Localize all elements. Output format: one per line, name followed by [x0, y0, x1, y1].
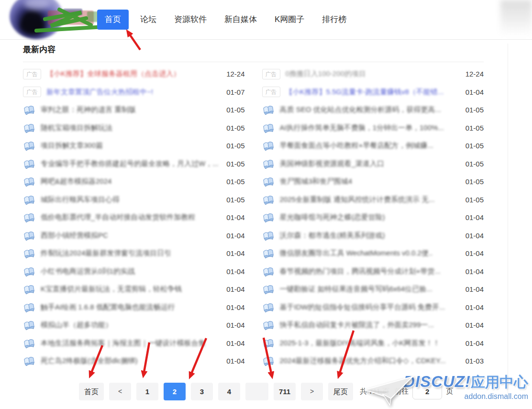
nav-tab-k-circle[interactable]: K网圈子: [275, 10, 304, 30]
thread-title[interactable]: 【小K推荐】全球服务器租用（点击进入）: [46, 69, 222, 78]
thread-title[interactable]: 小红书电商运营从0到1的实战: [41, 267, 222, 276]
thread-title[interactable]: 触手AI绘画 1.6.8 低配置电脑也能流畅运行: [41, 303, 222, 312]
list-item: 高质 SEO 优化站点优化检测分析源码，获得更高... 01-05: [262, 101, 484, 119]
thread-title[interactable]: 模拟山羊（超多功能）: [41, 321, 222, 330]
list-item: 低价电影票代理_半自动对接自动发货软件加教程 01-04: [23, 209, 245, 227]
ad-badge: 广告: [23, 69, 41, 79]
page-total-label: 共 711 页: [360, 387, 389, 396]
thread-title[interactable]: 沃尔森：都市逃生(精美系列游戏): [280, 231, 461, 240]
thread-title[interactable]: 专业编导手把手教你搭建起号的最全攻略，月入过W，...: [41, 159, 222, 168]
thread-title[interactable]: 低价电影票代理_半自动对接自动发货软件加教程: [41, 213, 222, 222]
thread-title[interactable]: 高质 SEO 优化站点优化检测分析源码，获得更高...: [280, 105, 461, 114]
thread-title[interactable]: 一键勘验证 如特征果连音频号写码6x64位已验...: [280, 285, 461, 294]
thread-title[interactable]: 早餐面食面点等小吃教程+早餐店配方，例城赚...: [280, 141, 461, 150]
page-btn-p3[interactable]: 3: [191, 383, 213, 400]
thread-title[interactable]: 审判之眼：死神的遗言 重制版: [41, 105, 222, 114]
thread-title[interactable]: 丧尸围城3和丧尸围城4: [280, 177, 461, 186]
list-item: K宝直播切片最新玩法，无需剪辑，轻松争钱 01-04: [23, 280, 245, 298]
nav-tab-resources[interactable]: 资源软件: [174, 10, 207, 30]
nav-tab-forum[interactable]: 论坛: [140, 10, 156, 30]
book-icon: [262, 338, 275, 348]
book-icon: [23, 123, 35, 133]
book-icon: [262, 320, 275, 330]
list-column-left: 广告 【小K推荐】全球服务器租用（点击进入） 12-24 广告 新年文章置顶广告…: [23, 65, 245, 370]
page-title: 最新内容: [23, 44, 484, 62]
book-icon: [262, 266, 275, 276]
thread-date: 01-04: [226, 303, 244, 311]
list-item: 早餐面食面点等小吃教程+早餐店配方，例城赚... 01-05: [262, 137, 484, 155]
site-logo[interactable]: [7, 0, 107, 40]
thread-title[interactable]: 西部小镇经营模拟PC: [41, 231, 222, 240]
thread-title[interactable]: 随机宝箱项目拆解玩法: [41, 123, 222, 133]
thread-date: 01-05: [226, 124, 244, 132]
thread-title[interactable]: 网吧&超市模拟器2024: [41, 177, 222, 186]
book-icon: [23, 284, 35, 294]
thread-title[interactable]: 微信朋友圈导出工具 WechatMoments v0.0.2便..: [280, 249, 461, 258]
thread-title[interactable]: 美国神级影视资源观看_渠道入口: [280, 159, 461, 168]
book-icon: [23, 248, 35, 258]
list-item: 沃尔森：都市逃生(精美系列游戏) 01-04: [262, 227, 484, 245]
thread-title[interactable]: 2025全新重制版 通知风控统计计费系统演示 无...: [280, 195, 461, 204]
thread-date: 01-04: [226, 357, 244, 365]
page-btn-gap[interactable]: [245, 383, 268, 400]
book-icon: [262, 105, 275, 115]
page-btn-next[interactable]: >: [301, 383, 323, 400]
goto-page-input[interactable]: [412, 383, 442, 399]
thread-date: 01-04: [226, 213, 244, 221]
list-item: 西部小镇经营模拟PC 01-04: [23, 227, 245, 245]
thread-title[interactable]: 项目拆解文章300篇: [41, 141, 222, 150]
thread-title[interactable]: 基于IDW的短信指令短信接码分享平台源码 免费开...: [280, 303, 461, 312]
thread-title[interactable]: K宝直播切片最新玩法，无需剪辑，轻松争钱: [41, 285, 222, 294]
thread-title[interactable]: 0撸搬日入100-200的项目: [286, 69, 461, 78]
site-header: 首页论坛资源软件新自媒体K网圈子排行榜: [0, 0, 532, 40]
thread-date: 01-04: [466, 88, 484, 96]
thread-date: 01-05: [226, 177, 244, 186]
thread-date: 12-24: [466, 70, 484, 78]
ad-badge: 广告: [23, 87, 41, 97]
thread-title[interactable]: 2025-1-3，最新版DIY高端词风集，小K网首发！！: [280, 339, 461, 348]
thread-date: 01-04: [466, 267, 484, 276]
list-item: 广告 新年文章置顶广告位火热招租中~! 01-07: [23, 83, 245, 101]
thread-date: 01-03: [466, 357, 484, 365]
thread-date: 01-04: [466, 213, 484, 221]
book-icon: [262, 231, 275, 241]
nav-tab-home[interactable]: 首页: [97, 10, 129, 30]
page-btn-p2[interactable]: 2: [164, 383, 186, 400]
book-icon: [262, 284, 275, 294]
list-item: 春节视频的热门项目，腾讯视频号分成计划+带货... 01-04: [262, 263, 484, 281]
thread-title[interactable]: 2024最新迁移服务器优先方介绍和口令◇，CDKEY...: [280, 356, 461, 365]
book-icon: [262, 248, 275, 258]
list-item: 专业编导手把手教你搭建起号的最全攻略，月入过W，... 01-05: [23, 155, 245, 173]
book-icon: [262, 141, 275, 151]
book-icon: [23, 231, 35, 241]
list-column-right: 广告 0撸搬日入100-200的项目 12-24 广告 【小K推荐】5.5G流量…: [262, 65, 484, 370]
nav-tab-ranking[interactable]: 排行榜: [322, 10, 346, 30]
book-icon: [23, 266, 35, 276]
list-item: 星光咖啡馆与死神之蝶(恋爱冒险) 01-04: [262, 209, 484, 227]
list-item: 死亡岛2终极版(含全部dlc捆绑) 01-04: [23, 352, 245, 370]
thread-date: 01-04: [226, 267, 244, 276]
nav-tab-new-media[interactable]: 新自媒体: [224, 10, 257, 30]
thread-title[interactable]: 快手私信自动回复卡片被限流了，外面卖299一...: [280, 321, 461, 330]
list-item: 广告 【小K推荐】5.5G流量卡-跑流量赚钱v8（不能错... 01-04: [262, 83, 484, 101]
thread-title[interactable]: 星光咖啡馆与死神之蝶(恋爱冒险): [280, 213, 461, 222]
page-btn-first[interactable]: 首页: [79, 383, 104, 400]
thread-title[interactable]: 死亡岛2终极版(含全部dlc捆绑): [41, 356, 222, 365]
page-btn-prev[interactable]: <: [109, 383, 131, 400]
ad-badge: 广告: [262, 87, 280, 97]
page-btn-p1[interactable]: 1: [136, 383, 158, 400]
book-icon: [23, 177, 35, 187]
thread-title[interactable]: 本地生活服务商拓客｜海报主图｜一键设计模板合集: [41, 339, 222, 348]
thread-title[interactable]: 城际出行顺风车项目心得: [41, 195, 222, 204]
thread-title[interactable]: 新年文章置顶广告位火热招租中~!: [46, 88, 222, 97]
page-btn-p711[interactable]: 711: [274, 383, 296, 400]
page-btn-p4[interactable]: 4: [218, 383, 240, 400]
thread-title[interactable]: 【小K推荐】5.5G流量卡-跑流量赚钱v8（不能错...: [286, 88, 461, 97]
list-item: 炸裂玩法2024最新群发弹窗引流项目日引 01-04: [23, 244, 245, 263]
thread-title[interactable]: 炸裂玩法2024最新群发弹窗引流项目日引: [41, 249, 222, 258]
thread-title[interactable]: 春节视频的热门项目，腾讯视频号分成计划+带货...: [280, 267, 461, 276]
page-btn-last[interactable]: 尾页: [328, 383, 353, 400]
thread-date: 01-04: [226, 339, 244, 347]
thread-title[interactable]: AI执行操作简单无脑不费脑，1分钟出一单，100%...: [280, 123, 461, 133]
thread-date: 01-05: [466, 142, 484, 150]
